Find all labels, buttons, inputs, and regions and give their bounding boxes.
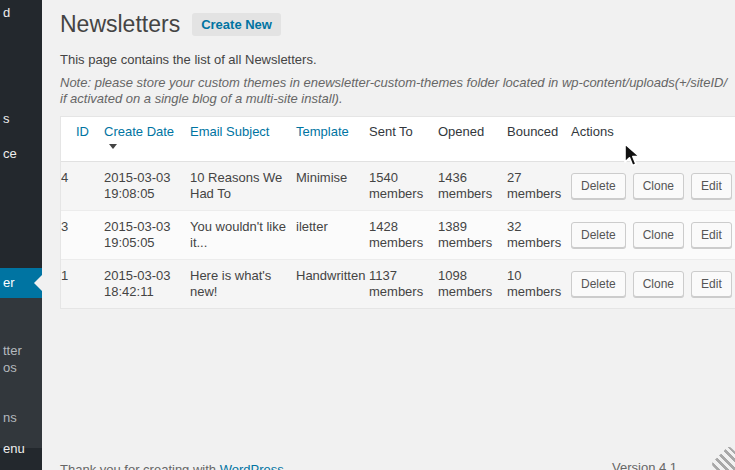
cell-actions: Delete Clone Edit Send: [571, 211, 735, 259]
page-title: Newsletters: [60, 10, 180, 39]
opened-value: 1389: [438, 219, 499, 235]
members-unit: members: [438, 235, 499, 251]
cell-create-date: 2015-03-03 18:42:11: [104, 260, 190, 308]
members-unit: members: [438, 186, 499, 202]
cell-create-date: 2015-03-03 19:05:05: [104, 211, 190, 259]
time-value: 19:08:05: [104, 186, 182, 202]
sidebar-subitem-newsletter[interactable]: tter: [3, 343, 22, 358]
footer-thanks-prefix: Thank you for creating with: [60, 462, 220, 470]
table-body: 4 2015-03-03 19:08:05 10 Reasons We Had …: [61, 162, 735, 308]
sidebar-active-label: er: [3, 275, 15, 290]
main-content: Newsletters Create New This page contain…: [42, 0, 735, 470]
sidebar-collapse-menu[interactable]: enu: [3, 441, 25, 456]
members-unit: members: [507, 186, 563, 202]
cell-email-subject: Here is what's new!: [190, 260, 296, 308]
date-value: 2015-03-03: [104, 268, 182, 284]
sort-desc-icon: [109, 144, 117, 149]
cell-template: iletter: [296, 211, 369, 259]
time-value: 19:05:05: [104, 235, 182, 251]
time-value: 18:42:11: [104, 284, 182, 300]
wordpress-link[interactable]: WordPress: [220, 462, 284, 470]
newsletters-table: ID Create Date Email Subject Template Se…: [60, 116, 735, 309]
cell-sent-to: 1137 members: [369, 260, 438, 308]
column-header-template[interactable]: Template: [296, 117, 369, 161]
cell-template: Minimise: [296, 162, 369, 210]
cell-actions: Delete Clone Edit Send: [571, 260, 735, 308]
cell-opened: 1098 members: [438, 260, 507, 308]
active-menu-arrow-icon: [34, 275, 42, 291]
sidebar-item-dashboard[interactable]: d: [3, 5, 10, 20]
members-unit: members: [369, 284, 430, 300]
sidebar-item-enewsletter-active[interactable]: er: [0, 268, 42, 298]
footer-thanks-text: Thank you for creating with WordPress: [60, 462, 284, 470]
date-value: 2015-03-03: [104, 219, 182, 235]
footer-version-text: Version 4.1: [612, 460, 677, 470]
column-header-create-date[interactable]: Create Date: [104, 117, 190, 161]
column-header-actions: Actions: [571, 117, 735, 161]
column-header-opened: Opened: [438, 117, 507, 161]
cell-id: 3: [61, 211, 104, 259]
intro-text: This page contains the list of all Newsl…: [60, 52, 735, 67]
bounced-value: 10: [507, 268, 563, 284]
sent-value: 1540: [369, 170, 430, 186]
opened-value: 1436: [438, 170, 499, 186]
bounced-value: 27: [507, 170, 563, 186]
members-unit: members: [507, 284, 563, 300]
cell-opened: 1389 members: [438, 211, 507, 259]
clone-button[interactable]: Clone: [633, 173, 684, 199]
bounced-value: 32: [507, 219, 563, 235]
cell-sent-to: 1540 members: [369, 162, 438, 210]
themes-note-text: Note: please store your custom themes in…: [60, 75, 732, 107]
cell-email-subject: 10 Reasons We Had To: [190, 162, 296, 210]
cell-actions: Delete Clone Edit Send: [571, 162, 735, 210]
sent-value: 1428: [369, 219, 430, 235]
sidebar-subitem-settings[interactable]: ns: [3, 410, 17, 425]
cell-opened: 1436 members: [438, 162, 507, 210]
date-value: 2015-03-03: [104, 170, 182, 186]
cell-template: Handwritten: [296, 260, 369, 308]
cell-bounced: 27 members: [507, 162, 571, 210]
table-row: 3 2015-03-03 19:05:05 You wouldn't like …: [61, 211, 735, 260]
cell-bounced: 32 members: [507, 211, 571, 259]
table-row: 4 2015-03-03 19:08:05 10 Reasons We Had …: [61, 162, 735, 211]
sidebar-item-fragment-s[interactable]: s: [3, 111, 10, 126]
delete-button[interactable]: Delete: [571, 222, 626, 248]
edit-button[interactable]: Edit: [691, 173, 732, 199]
members-unit: members: [438, 284, 499, 300]
edit-button[interactable]: Edit: [691, 222, 732, 248]
sidebar-item-appearance[interactable]: ce: [3, 146, 17, 161]
cell-id: 4: [61, 162, 104, 210]
edit-button[interactable]: Edit: [691, 271, 732, 297]
column-header-create-date-label: Create Date: [104, 124, 174, 139]
members-unit: members: [369, 235, 430, 251]
cell-create-date: 2015-03-03 19:08:05: [104, 162, 190, 210]
admin-sidebar: d s ce er tter os ns enu: [0, 0, 42, 470]
column-header-bounced: Bounced: [507, 117, 571, 161]
clone-button[interactable]: Clone: [633, 222, 684, 248]
sent-value: 1137: [369, 268, 430, 284]
column-header-id[interactable]: ID: [61, 117, 104, 161]
cell-bounced: 10 members: [507, 260, 571, 308]
clone-button[interactable]: Clone: [633, 271, 684, 297]
table-row: 1 2015-03-03 18:42:11 Here is what's new…: [61, 260, 735, 308]
delete-button[interactable]: Delete: [571, 271, 626, 297]
cell-sent-to: 1428 members: [369, 211, 438, 259]
create-new-button[interactable]: Create New: [192, 13, 281, 36]
opened-value: 1098: [438, 268, 499, 284]
sidebar-subitem-groups[interactable]: os: [3, 360, 17, 375]
members-unit: members: [369, 186, 430, 202]
table-header-row: ID Create Date Email Subject Template Se…: [61, 117, 735, 162]
column-header-email-subject[interactable]: Email Subject: [190, 117, 296, 161]
delete-button[interactable]: Delete: [571, 173, 626, 199]
cell-id: 1: [61, 260, 104, 308]
column-header-sent-to: Sent To: [369, 117, 438, 161]
cell-email-subject: You wouldn't like it...: [190, 211, 296, 259]
members-unit: members: [507, 235, 563, 251]
